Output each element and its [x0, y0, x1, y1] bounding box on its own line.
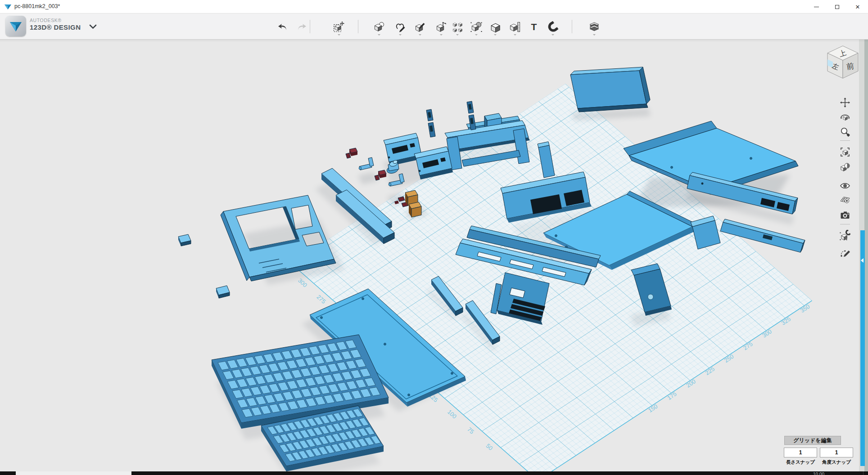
screenshot-icon	[840, 210, 850, 220]
combine-button[interactable]	[488, 18, 503, 36]
taskbar-segment	[16, 471, 131, 475]
dropdown-caret-icon	[338, 34, 340, 36]
dropdown-caret-icon	[378, 34, 380, 36]
left-axis-label: 100	[446, 408, 458, 420]
hide-button[interactable]	[839, 179, 851, 192]
panel-handle[interactable]	[860, 230, 865, 466]
dropdown-caret-icon	[593, 34, 596, 36]
sketch-edit-icon	[840, 247, 850, 258]
clipped-bottom-text: 10.00	[813, 472, 824, 475]
transform-move-icon	[333, 21, 345, 33]
close-icon: ✕	[855, 4, 860, 10]
transform-move-button[interactable]	[331, 18, 347, 36]
brand-123d-design: 123D® DESIGN	[30, 23, 81, 32]
dropdown-caret-icon	[514, 34, 516, 36]
brand-block: AUTODESK® 123D® DESIGN	[30, 18, 81, 32]
dropdown-caret-icon	[552, 34, 554, 36]
viewport-scene[interactable]: 1501752002252502753003253503002752502252…	[0, 40, 868, 471]
window-titlebar: pc-8801mk2_003* ✕	[0, 0, 868, 13]
svg-text:T: T	[531, 22, 537, 32]
dropdown-caret-icon	[456, 34, 459, 36]
redo-icon	[296, 21, 307, 33]
orbit-button[interactable]	[839, 111, 851, 124]
maximize-button[interactable]	[827, 0, 847, 13]
fit-icon	[840, 147, 850, 157]
nav-toolbar-separator	[840, 140, 850, 141]
modify-button[interactable]	[434, 18, 449, 36]
fit-button[interactable]	[839, 146, 851, 158]
sketch-button[interactable]	[393, 18, 408, 36]
left-axis-label: 275	[315, 293, 327, 305]
primitives-icon	[373, 21, 385, 33]
main-menu-chevron-icon[interactable]	[89, 24, 97, 29]
zoom-icon	[840, 126, 850, 137]
dropdown-caret-icon	[399, 34, 402, 36]
pan-button[interactable]	[839, 96, 851, 109]
length-snap-label: 長さスナップ	[784, 459, 817, 466]
text-button[interactable]: T	[526, 18, 542, 36]
bottom-bar-divider	[863, 471, 863, 475]
app-icon	[4, 4, 12, 10]
measure-icon	[509, 21, 521, 33]
dropdown-caret-icon	[494, 34, 497, 36]
snap-button[interactable]	[545, 18, 561, 36]
view-cube[interactable]: 上 左 前	[824, 44, 862, 82]
snap-box-icon	[840, 230, 850, 241]
part-chip-1[interactable]	[178, 234, 191, 246]
toolbar-separator	[310, 20, 310, 33]
angle-snap-label: 角度スナップ	[820, 459, 853, 466]
part-chip-2[interactable]	[216, 286, 230, 298]
sketch-edit-button[interactable]	[839, 246, 851, 259]
toolbar-separator	[572, 20, 572, 33]
dropdown-caret-icon	[475, 34, 478, 36]
snap-icon	[547, 21, 559, 33]
pattern-button[interactable]	[450, 18, 465, 36]
primitives-button[interactable]	[371, 18, 387, 36]
construct-button[interactable]	[412, 18, 428, 36]
grid-edit-button[interactable]: グリッドを編集	[784, 436, 841, 445]
shade-icon	[840, 162, 850, 173]
bottom-bar: 10.00	[0, 471, 868, 475]
dropdown-caret-icon	[440, 34, 443, 36]
sketch-icon	[394, 21, 406, 33]
viewport[interactable]: 1501752002252502753003253503002752502252…	[0, 40, 868, 471]
length-snap-input[interactable]	[784, 448, 817, 457]
maximize-icon	[835, 5, 839, 9]
group-button[interactable]	[469, 18, 484, 36]
part-back-panel[interactable]	[570, 67, 650, 112]
viewcube-front-label[interactable]: 前	[846, 62, 854, 71]
minimize-button[interactable]	[806, 0, 827, 13]
zoom-button[interactable]	[839, 125, 851, 138]
combine-icon	[489, 21, 501, 33]
grid-visibility-icon	[840, 194, 850, 205]
modify-icon	[435, 21, 447, 33]
app-window: pc-8801mk2_003* ✕ AUTODESK® 123D® DESIGN…	[0, 0, 868, 475]
app-header: AUTODESK® 123D® DESIGN T プレミアム版登録 (商業利用向…	[0, 13, 868, 40]
redo-button[interactable]	[294, 18, 309, 36]
orbit-icon	[840, 112, 850, 123]
snap-box-button[interactable]	[839, 229, 851, 242]
material-button[interactable]	[587, 18, 602, 36]
pattern-icon	[452, 21, 463, 33]
hide-icon	[840, 180, 850, 191]
shade-button[interactable]	[839, 161, 851, 174]
right-gutter-edge	[864, 40, 868, 471]
autodesk-triangle-icon	[5, 16, 26, 36]
panel-open-arrow-icon	[861, 258, 863, 263]
toolbar-separator	[358, 20, 358, 33]
angle-snap-input[interactable]	[820, 448, 853, 457]
dropdown-caret-icon	[419, 34, 421, 36]
text-icon: T	[528, 21, 540, 33]
left-axis-label: 75	[466, 426, 475, 435]
group-icon	[470, 21, 482, 33]
minimize-icon	[814, 7, 819, 7]
undo-icon	[277, 21, 289, 33]
app-logo[interactable]	[5, 16, 26, 36]
undo-button[interactable]	[275, 18, 290, 36]
close-button[interactable]: ✕	[847, 0, 868, 13]
pan-icon	[840, 97, 850, 108]
material-icon	[588, 21, 600, 33]
screenshot-button[interactable]	[839, 209, 851, 221]
measure-button[interactable]	[507, 18, 523, 36]
grid-visibility-button[interactable]	[839, 193, 851, 206]
